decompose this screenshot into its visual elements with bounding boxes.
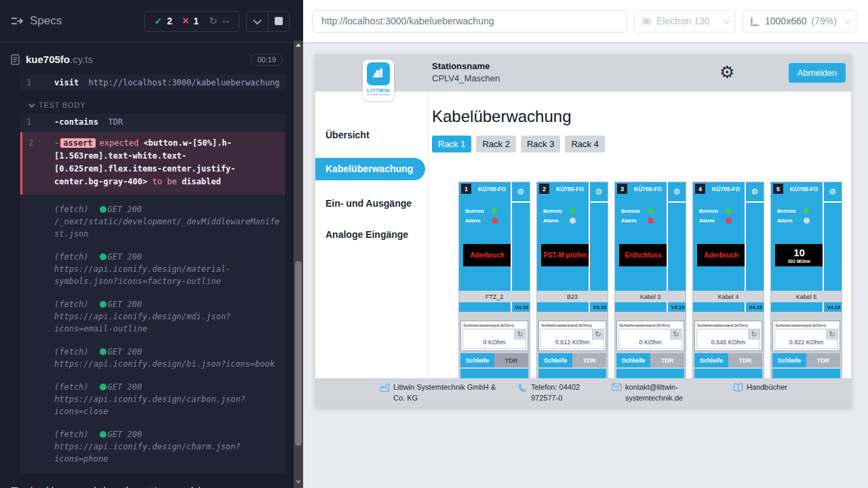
- request-status: 200: [127, 430, 142, 439]
- littwin-logo-icon: [367, 62, 390, 85]
- status-display: Aderbruch: [697, 244, 745, 266]
- stop-button[interactable]: [268, 12, 289, 31]
- footer-email[interactable]: kontakt@littwin-systemtechnik.de: [612, 382, 690, 407]
- request-status: 200: [127, 347, 142, 357]
- sidebar-item-ein-und-ausgaenge[interactable]: Ein- und Ausgänge: [315, 195, 428, 211]
- status-ok-dot: [100, 301, 106, 308]
- resistance-label: Schleifenwiderstand [kOhm]: [619, 323, 682, 327]
- viewport-selector[interactable]: 1000x660 (79%): [743, 10, 856, 33]
- sidebar-item-analoge-eingaenge[interactable]: Analoge Eingänge: [315, 226, 428, 243]
- rack-tabs: Rack 1 Rack 2 Rack 3 Rack 4: [432, 136, 851, 152]
- network-log-row[interactable]: (fetch)GET 200 https://api.iconify.desig…: [20, 344, 285, 372]
- network-log-row[interactable]: (fetch)GET 200 https://api.iconify.desig…: [20, 249, 285, 289]
- card-title: KÜ705-FO: [790, 186, 818, 192]
- refresh-icon[interactable]: ↻: [514, 329, 526, 340]
- request-url: https://api.iconify.design/charm.json?ic…: [54, 441, 281, 465]
- command-row-visit[interactable]: 1 visit http://localhost:3000/kabelueber…: [20, 75, 285, 91]
- app-header: LITTWIN SYSTEMTECHNIK Stationsname CPLV4…: [315, 54, 851, 92]
- card-section-strip: [538, 369, 606, 378]
- spec-name: kue705fo: [26, 54, 70, 65]
- tab-rack-4[interactable]: Rack 4: [565, 136, 604, 152]
- card-number: 1: [461, 184, 471, 194]
- request-status: 200: [127, 382, 142, 392]
- network-log-row[interactable]: (fetch)GET 200 /_next/static/development…: [20, 201, 285, 242]
- scrollbar-thumb[interactable]: [295, 261, 302, 446]
- footer-manuals-link[interactable]: Handbücher: [733, 382, 787, 407]
- card-settings-gear-icon[interactable]: ⚙: [746, 182, 764, 203]
- viewport-ruler-icon: [750, 16, 760, 26]
- tdr-button[interactable]: TDR: [572, 353, 606, 367]
- footer-phone[interactable]: Telefon: 04402 972577-0: [518, 382, 607, 407]
- command-row-contains[interactable]: 1 -contains TDR: [20, 114, 285, 130]
- tdr-button[interactable]: TDR: [494, 353, 528, 367]
- tdr-button[interactable]: TDR: [728, 353, 762, 367]
- alarm-message: Aderbruch: [470, 251, 505, 259]
- app-footer: Littwin Systemtechnik GmbH & Co. KG Tele…: [315, 378, 851, 407]
- request-method: GET: [108, 205, 123, 214]
- scroll-down-arrow[interactable]: [296, 481, 301, 484]
- betrieb-led: [492, 208, 498, 214]
- card-settings-gear-icon[interactable]: ⚙: [824, 182, 842, 203]
- tdr-button[interactable]: TDR: [650, 353, 684, 367]
- footer-company: Littwin Systemtechnik GmbH & Co. KG: [380, 382, 500, 407]
- resistance-value: 0.612 KOhm: [555, 339, 590, 346]
- command-row-assert-failed[interactable]: 2 -assertexpected <button.w-[50%].h-[1.5…: [20, 132, 285, 195]
- network-log-row[interactable]: (fetch)GET 200 https://api.iconify.desig…: [20, 296, 285, 337]
- command-line-number: 1: [20, 116, 54, 128]
- request-url: https://api.iconify.design/bi.json?icons…: [54, 358, 281, 370]
- sidebar-item-kabelueberwachung[interactable]: Kabelüberwachung: [315, 158, 425, 180]
- specs-label: Specs: [30, 14, 62, 28]
- logo-name: LITTWIN: [367, 87, 390, 94]
- sidebar-item-uebersicht[interactable]: Übersicht: [315, 127, 428, 143]
- iso-value: 10: [793, 247, 805, 258]
- schleife-button[interactable]: Schleife: [538, 353, 572, 367]
- divider: [667, 302, 668, 312]
- tab-rack-1[interactable]: Rack 1: [432, 136, 471, 152]
- schleife-button[interactable]: Schleife: [616, 353, 650, 367]
- betrieb-label: Betrieb: [777, 208, 799, 214]
- status-ok-dot: [100, 348, 106, 355]
- refresh-icon[interactable]: ↻: [748, 329, 760, 340]
- email-icon: [612, 383, 622, 391]
- iso-unit: ISO MOhm: [788, 259, 810, 264]
- network-log-row[interactable]: (fetch)GET 200 https://api.iconify.desig…: [20, 426, 285, 467]
- cable-monitor-card: ⚙ 2KÜ705-FO Betrieb Alarm PST-M prüfen: [536, 182, 608, 378]
- schleife-button[interactable]: Schleife: [460, 353, 494, 367]
- request-url: https://api.iconify.design/material-symb…: [54, 263, 281, 287]
- logo-subtitle: SYSTEMTECHNIK: [367, 94, 390, 96]
- divider: [823, 302, 824, 312]
- alarm-led: [570, 218, 576, 224]
- schleife-button[interactable]: Schleife: [694, 353, 728, 367]
- logout-button[interactable]: Abmelden: [789, 63, 846, 83]
- card-title: KÜ705-FO: [634, 186, 662, 192]
- chevron-down-icon: [844, 17, 851, 24]
- test-body-toggle[interactable]: TEST BODY: [28, 101, 285, 109]
- resistance-panel: Schleifenwiderstand [kOhm] ↻ 0 KOhm: [616, 321, 684, 351]
- app-sidebar: Übersicht Kabelüberwachung Ein- und Ausg…: [315, 92, 429, 378]
- settings-gear-icon[interactable]: ⚙: [719, 62, 734, 82]
- tdr-button[interactable]: TDR: [806, 353, 840, 367]
- cypress-reporter-panel: Specs ✓2 ×1 ↻-- kue705fo.cy.ts 00:19 1 v…: [0, 0, 294, 488]
- tab-rack-3[interactable]: Rack 3: [521, 136, 560, 152]
- refresh-icon[interactable]: ↻: [826, 329, 837, 340]
- refresh-icon[interactable]: ↻: [670, 329, 682, 340]
- command-line-number: 1: [20, 77, 54, 89]
- browser-selector[interactable]: Electron 130: [634, 10, 736, 33]
- scroll-up-arrow[interactable]: [296, 43, 301, 47]
- specs-menu-button[interactable]: Specs: [11, 14, 62, 28]
- spec-file-row[interactable]: kue705fo.cy.ts 00:19: [0, 52, 294, 68]
- pending-test-row[interactable]: should open and close the settings modal: [11, 485, 294, 488]
- tab-rack-2[interactable]: Rack 2: [476, 136, 515, 152]
- collapse-button[interactable]: [247, 12, 268, 31]
- schleife-button[interactable]: Schleife: [772, 353, 806, 367]
- command-log: 1 visit http://localhost:3000/kabelueber…: [20, 75, 285, 474]
- url-input[interactable]: [312, 10, 627, 33]
- command-line-number: 2: [22, 137, 54, 188]
- refresh-icon[interactable]: ↻: [592, 329, 604, 340]
- network-log-row[interactable]: (fetch)GET 200 https://api.iconify.desig…: [20, 379, 285, 420]
- card-settings-gear-icon[interactable]: ⚙: [668, 182, 686, 203]
- card-settings-gear-icon[interactable]: ⚙: [512, 182, 530, 203]
- request-url: https://api.iconify.design/carbon.json?i…: [54, 393, 281, 418]
- card-settings-gear-icon[interactable]: ⚙: [590, 182, 608, 203]
- cable-name: B23: [537, 291, 608, 302]
